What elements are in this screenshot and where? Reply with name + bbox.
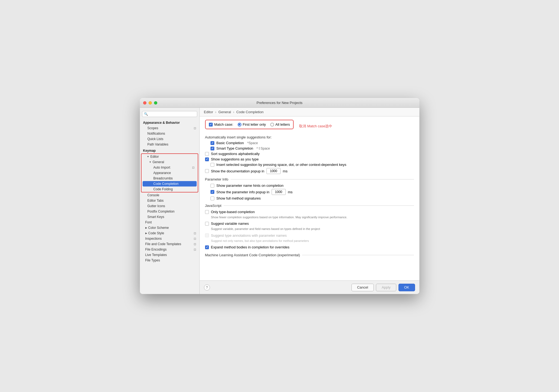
type-annotations-checkbox (205, 233, 209, 237)
maximize-button[interactable] (154, 101, 157, 105)
sidebar-item-notifications[interactable]: Notifications (140, 131, 199, 136)
ok-button[interactable]: OK (398, 284, 415, 291)
sidebar-item-code-completion[interactable]: Code Completion (143, 181, 197, 186)
type-based-checkbox[interactable] (205, 210, 209, 214)
sidebar-item-breadcrumbs[interactable]: Breadcrumbs (142, 176, 198, 181)
type-annotations-subtext: Suggest not only names, but also type an… (211, 239, 414, 243)
option-expand-bodies: Expand method bodies in completion for o… (205, 245, 414, 249)
sidebar-item-smart-keys[interactable]: Smart Keys (140, 214, 199, 220)
sidebar-item-general[interactable]: ▼ General (142, 159, 198, 165)
file-templates-copy-icon: ⊡ (194, 242, 196, 246)
insert-space-checkbox[interactable] (211, 163, 214, 167)
general-expand-triangle: ▼ (149, 161, 152, 163)
main-panel: Editor › General › Code Completion Match… (200, 108, 419, 294)
parameter-info-divider: Parameter Info (205, 177, 414, 181)
close-button[interactable] (143, 101, 146, 105)
titlebar: Preferences for New Projects (140, 98, 419, 108)
sidebar-item-postfix-completion[interactable]: Postfix Completion (140, 209, 199, 214)
show-as-type-checkbox[interactable] (205, 157, 209, 161)
ml-section-divider: Machine Learning Assistant Code Completi… (205, 253, 414, 257)
option-insert-space: Insert selected suggestion by pressing s… (211, 163, 414, 167)
sort-alphabetically-checkbox[interactable] (205, 152, 209, 156)
param-popup-checkbox[interactable] (211, 190, 214, 194)
breadcrumb-general: General (218, 110, 231, 114)
doc-popup-checkbox[interactable] (205, 169, 209, 173)
sidebar-item-inspections[interactable]: Inspections ⊡ (140, 236, 199, 241)
sidebar-item-font[interactable]: Font (140, 220, 199, 225)
sidebar-section-keymap: Keymap (140, 147, 199, 153)
expand-bodies-checkbox[interactable] (205, 245, 209, 249)
breadcrumb-sep-2: › (233, 110, 234, 114)
option-show-as-type: Show suggestions as you type (205, 157, 414, 161)
option-full-sig: Show full method signatures (211, 196, 414, 200)
general-item-group: ▼ General (149, 160, 194, 164)
smart-completion-checkbox[interactable] (211, 147, 214, 150)
type-based-subtext: Show fewer completion suggestions based … (211, 215, 414, 219)
param-hints-checkbox[interactable] (211, 184, 214, 188)
suggest-vars-subtext: Suggest variable, parameter and field na… (211, 227, 414, 231)
radio-first-letter[interactable]: First letter only (238, 122, 266, 127)
type-annotations-section: Suggest type annotations with parameter … (205, 233, 414, 243)
apply-button[interactable]: Apply (376, 284, 396, 291)
option-param-popup: Show the parameter info popup in ms (211, 189, 414, 195)
expand-triangle: ▼ (147, 155, 149, 158)
editor-group-highlight: ▼ Editor ▼ General Auto Import ⊡ Appeara… (141, 153, 198, 192)
basic-completion-checkbox[interactable] (211, 141, 214, 145)
option-param-hints: Show parameter name hints on completion (211, 184, 414, 188)
search-box[interactable]: 🔍 (142, 111, 197, 117)
sidebar-item-color-scheme[interactable]: ▶ Color Scheme (140, 225, 199, 230)
code-style-group: ▶ Code Style (145, 231, 164, 235)
option-type-annotations: Suggest type annotations with parameter … (205, 233, 414, 238)
search-icon: 🔍 (144, 112, 148, 116)
sidebar-item-file-code-templates[interactable]: File and Code Templates ⊡ (140, 241, 199, 247)
option-smart-completion: Smart Type Completion ^⇧Space (211, 146, 414, 150)
window-title: Preferences for New Projects (256, 101, 302, 105)
radio-all-letters[interactable]: All letters (270, 122, 290, 127)
sidebar-item-quick-lists[interactable]: Quick Lists (140, 136, 199, 142)
option-suggest-vars: Suggest variable names (205, 222, 414, 226)
radio-group: First letter only All letters (238, 122, 290, 127)
sidebar-item-editor[interactable]: ▼ Editor (142, 154, 198, 159)
file-encodings-copy-icon: ⊡ (194, 248, 196, 251)
sidebar-item-editor-tabs[interactable]: Editor Tabs (140, 198, 199, 203)
breadcrumb: Editor › General › Code Completion (200, 108, 419, 116)
sidebar-item-gutter-icons[interactable]: Gutter Icons (140, 203, 199, 209)
code-style-copy-icon: ⊡ (194, 232, 196, 235)
option-basic-completion: Basic Completion ^Space (211, 141, 414, 145)
match-case-checkbox[interactable] (209, 123, 213, 127)
annotation-text: 取消 Match case选中 (299, 124, 332, 129)
option-sort-alphabetically: Sort suggestions alphabetically (205, 152, 414, 156)
sidebar-item-appearance[interactable]: Appearance (142, 170, 198, 176)
search-input[interactable] (149, 112, 195, 116)
type-annotations-label: Suggest type annotations with parameter … (211, 233, 287, 238)
sidebar-item-scopes[interactable]: Scopes ⊡ (140, 125, 199, 131)
sidebar-item-console[interactable]: Console (140, 192, 199, 198)
sidebar-item-code-style[interactable]: ▶ Code Style ⊡ (140, 230, 199, 236)
breadcrumb-editor: Editor (204, 110, 213, 114)
sidebar-item-live-templates[interactable]: Live Templates (140, 252, 199, 258)
cancel-button[interactable]: Cancel (351, 284, 374, 291)
copy-icon: ⊡ (194, 127, 196, 130)
sidebar: 🔍 Appearance & Behavior Scopes ⊡ Notific… (140, 108, 200, 294)
sidebar-item-file-types[interactable]: File Types (140, 258, 199, 263)
sidebar-item-code-folding[interactable]: Code Folding (142, 186, 198, 192)
radio-all-letters-indicator (270, 123, 274, 127)
bottom-bar: ? Cancel Apply OK (200, 280, 419, 294)
sidebar-item-path-variables[interactable]: Path Variables (140, 142, 199, 147)
basic-shortcut: ^Space (247, 141, 258, 145)
content-scroll-area: Match case: First letter only All letter… (200, 116, 419, 280)
help-button[interactable]: ? (204, 284, 210, 290)
javascript-divider: JavaScript (205, 204, 414, 208)
suggest-vars-section: Suggest variable names Suggest variable,… (205, 222, 414, 231)
inspections-copy-icon: ⊡ (194, 237, 196, 241)
sidebar-item-auto-import[interactable]: Auto Import ⊡ (142, 165, 198, 170)
minimize-button[interactable] (149, 101, 152, 105)
doc-popup-input[interactable] (266, 168, 281, 174)
suggest-vars-checkbox[interactable] (205, 222, 209, 226)
full-sig-checkbox[interactable] (211, 197, 214, 200)
sidebar-item-file-encodings[interactable]: File Encodings ⊡ (140, 247, 199, 252)
param-popup-input[interactable] (272, 189, 286, 195)
breadcrumb-sep-1: › (215, 110, 216, 114)
auto-insert-label: Automatically insert single suggestions … (205, 135, 414, 139)
smart-shortcut: ^⇧Space (256, 147, 270, 150)
